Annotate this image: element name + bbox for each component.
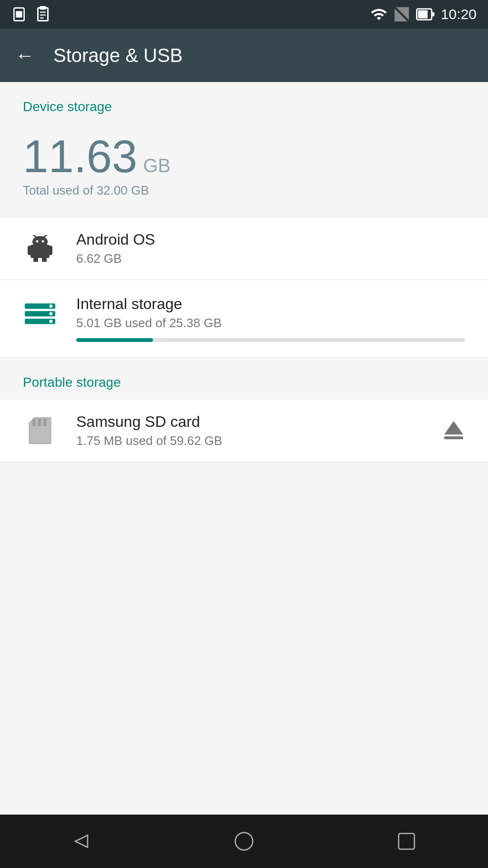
- svg-point-26: [49, 312, 52, 315]
- svg-rect-20: [33, 257, 38, 262]
- svg-line-17: [44, 235, 47, 237]
- nav-back-button[interactable]: [62, 822, 101, 860]
- storage-amount-row: 11.63 GB: [23, 134, 465, 179]
- svg-rect-29: [38, 419, 41, 426]
- svg-rect-21: [42, 257, 47, 262]
- android-os-title: Android OS: [76, 231, 465, 248]
- back-button[interactable]: ←: [15, 45, 34, 66]
- clipboard-icon: [34, 6, 51, 23]
- sd-card-icon: [23, 413, 57, 448]
- toolbar: ← Storage & USB: [0, 29, 488, 82]
- storage-used-number: 11.63: [23, 134, 137, 179]
- status-bar-left-icons: [11, 6, 51, 23]
- svg-rect-1: [16, 11, 22, 17]
- samsung-sd-title: Samsung SD card: [76, 413, 423, 431]
- internal-storage-content: Internal storage 5.01 GB used of 25.38 G…: [76, 295, 465, 342]
- internal-storage-progress-container: [76, 338, 465, 342]
- samsung-sd-item[interactable]: Samsung SD card 1.75 MB used of 59.62 GB: [0, 400, 488, 462]
- toolbar-title: Storage & USB: [53, 45, 183, 66]
- svg-point-13: [32, 236, 48, 248]
- internal-storage-subtitle: 5.01 GB used of 25.38 GB: [76, 316, 465, 331]
- portable-storage-section: Portable storage: [0, 358, 488, 400]
- nav-recents-button[interactable]: [387, 822, 426, 860]
- android-os-content: Android OS 6.62 GB: [76, 231, 465, 266]
- nav-home-button[interactable]: [225, 822, 263, 860]
- content-spacer: [0, 462, 488, 558]
- content-area: Device storage 11.63 GB Total used of 32…: [0, 82, 488, 815]
- storage-used-unit: GB: [143, 155, 171, 176]
- internal-storage-progress-fill: [76, 338, 153, 342]
- android-os-item[interactable]: Android OS 6.62 GB: [0, 217, 488, 280]
- svg-line-16: [33, 235, 36, 237]
- samsung-sd-subtitle: 1.75 MB used of 59.62 GB: [76, 434, 423, 448]
- eject-button[interactable]: [442, 417, 465, 444]
- svg-point-15: [42, 240, 44, 243]
- status-bar: 10:20: [0, 0, 488, 29]
- svg-rect-10: [432, 12, 435, 17]
- svg-rect-19: [49, 246, 52, 255]
- internal-storage-title: Internal storage: [76, 295, 465, 313]
- svg-marker-33: [75, 835, 88, 847]
- svg-rect-18: [28, 246, 31, 255]
- sim-icon: [11, 7, 27, 22]
- storage-total-label: Total used of 32.00 GB: [23, 183, 465, 198]
- svg-rect-32: [444, 436, 463, 439]
- battery-icon: [416, 6, 435, 23]
- svg-point-14: [36, 240, 39, 243]
- svg-point-25: [49, 304, 52, 308]
- svg-rect-30: [43, 419, 47, 426]
- wifi-icon: [370, 6, 387, 23]
- svg-rect-35: [399, 834, 415, 849]
- status-bar-right-icons: 10:20: [370, 6, 477, 23]
- portable-storage-section-header: Portable storage: [0, 358, 488, 400]
- svg-point-34: [235, 833, 253, 850]
- svg-rect-3: [40, 7, 46, 10]
- status-time: 10:20: [441, 6, 477, 22]
- internal-storage-icon: [23, 297, 57, 331]
- internal-storage-item[interactable]: Internal storage 5.01 GB used of 25.38 G…: [0, 280, 488, 358]
- svg-marker-31: [444, 421, 463, 434]
- device-storage-section-header: Device storage: [0, 82, 488, 124]
- svg-rect-11: [418, 10, 427, 18]
- svg-rect-2: [38, 8, 48, 21]
- samsung-sd-content: Samsung SD card 1.75 MB used of 59.62 GB: [76, 413, 423, 448]
- android-os-icon: [23, 231, 57, 266]
- android-os-subtitle: 6.62 GB: [76, 251, 465, 266]
- device-storage-info: 11.63 GB Total used of 32.00 GB: [0, 124, 488, 217]
- svg-rect-28: [32, 419, 36, 426]
- signal-icon: [393, 6, 410, 23]
- svg-point-27: [49, 320, 52, 323]
- bottom-nav: [0, 815, 488, 868]
